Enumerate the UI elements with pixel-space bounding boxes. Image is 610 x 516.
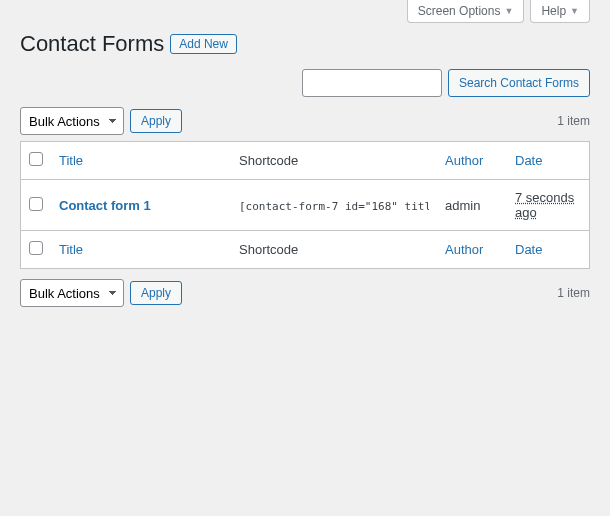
col-date-footer[interactable]: Date bbox=[515, 242, 542, 257]
select-all-bottom[interactable] bbox=[29, 241, 43, 255]
col-title-footer[interactable]: Title bbox=[59, 242, 83, 257]
search-button[interactable]: Search Contact Forms bbox=[448, 69, 590, 97]
chevron-down-icon: ▼ bbox=[504, 6, 513, 16]
chevron-down-icon: ▼ bbox=[570, 6, 579, 16]
item-count-bottom: 1 item bbox=[557, 286, 590, 300]
apply-button-top[interactable]: Apply bbox=[130, 109, 182, 133]
screen-options-tab[interactable]: Screen Options ▼ bbox=[407, 0, 525, 23]
date-cell: 7 seconds ago bbox=[515, 190, 574, 220]
forms-table: Title Shortcode Author Date Contact form… bbox=[20, 141, 590, 269]
col-author-footer[interactable]: Author bbox=[445, 242, 483, 257]
help-label: Help bbox=[541, 4, 566, 18]
search-input[interactable] bbox=[302, 69, 442, 97]
shortcode-field[interactable] bbox=[239, 200, 429, 213]
page-title: Contact Forms bbox=[20, 31, 164, 57]
add-new-button[interactable]: Add New bbox=[170, 34, 237, 54]
item-count-top: 1 item bbox=[557, 114, 590, 128]
col-date-header[interactable]: Date bbox=[515, 153, 542, 168]
row-checkbox[interactable] bbox=[29, 197, 43, 211]
apply-button-bottom[interactable]: Apply bbox=[130, 281, 182, 305]
col-shortcode-footer: Shortcode bbox=[231, 231, 437, 269]
col-author-header[interactable]: Author bbox=[445, 153, 483, 168]
bulk-actions-select-bottom[interactable]: Bulk Actions bbox=[20, 279, 124, 307]
col-title-header[interactable]: Title bbox=[59, 153, 83, 168]
form-title-link[interactable]: Contact form 1 bbox=[59, 198, 151, 213]
select-all-top[interactable] bbox=[29, 152, 43, 166]
screen-options-label: Screen Options bbox=[418, 4, 501, 18]
bulk-actions-select-top[interactable]: Bulk Actions bbox=[20, 107, 124, 135]
help-tab[interactable]: Help ▼ bbox=[530, 0, 590, 23]
col-shortcode-header: Shortcode bbox=[231, 142, 437, 180]
table-row: Contact form 1 admin 7 seconds ago bbox=[21, 180, 590, 231]
author-cell: admin bbox=[437, 180, 507, 231]
